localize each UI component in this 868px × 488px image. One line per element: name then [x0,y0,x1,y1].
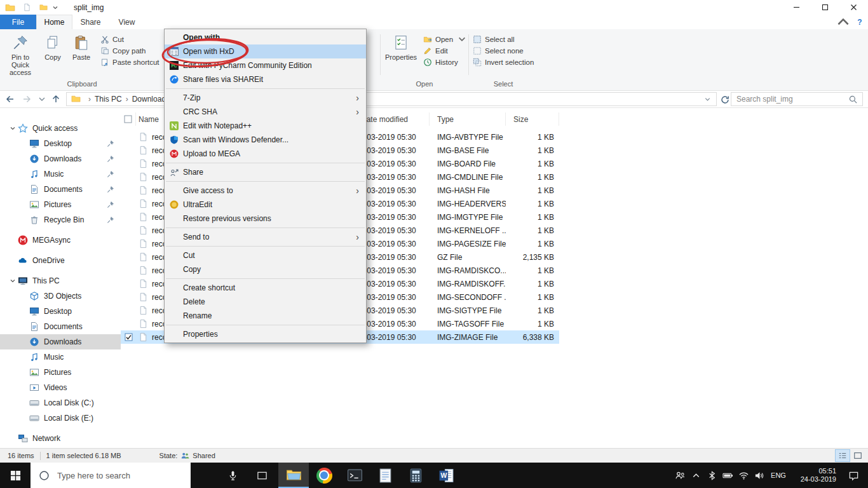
expander-chevron-icon[interactable] [8,123,18,133]
sidebar-item-desktop[interactable]: Desktop [0,136,121,151]
menu-item-rename[interactable]: Rename [165,309,366,323]
sidebar-item-3d-objects[interactable]: 3D Objects [0,288,121,304]
bluetooth-tray-icon[interactable] [704,463,720,488]
search-box[interactable] [731,92,863,106]
sidebar-item-documents[interactable]: Documents [0,182,121,197]
tab-file[interactable]: File [0,15,36,29]
menu-item-scan-with-windows-defender[interactable]: Scan with Windows Defender... [165,133,366,147]
sidebar-item-desktop[interactable]: Desktop [0,304,121,319]
sidebar-item-network[interactable]: Network [0,431,121,446]
search-input[interactable] [731,95,848,104]
menu-item-share-files-via-shareit[interactable]: Share files via SHAREit [165,72,366,86]
start-button[interactable] [0,463,31,488]
row-checkbox[interactable] [121,333,136,341]
column-header-size[interactable]: Size [506,112,559,126]
edit-button[interactable]: Edit [423,45,448,56]
menu-item-edit-with-notepad[interactable]: Edit with Notepad++ [165,119,366,133]
address-dropdown-chevron-icon[interactable] [704,96,711,103]
tab-view[interactable]: View [109,15,145,29]
history-button[interactable]: History [423,57,458,67]
sidebar-item-onedrive[interactable]: OneDrive [0,253,121,268]
action-center-button[interactable] [841,463,865,488]
minimize-button[interactable] [782,0,811,15]
chrome-taskbar-icon[interactable] [309,463,339,488]
notepad-taskbar-icon[interactable] [370,463,400,488]
qat-new-folder-button[interactable] [39,3,48,12]
microphone-icon[interactable] [224,470,241,481]
collapse-ribbon-icon[interactable] [835,15,851,29]
breadcrumb-this-pc[interactable]: This PC [95,95,122,104]
word-taskbar-icon[interactable]: W [431,463,461,488]
copy-button[interactable]: Copy [39,32,66,76]
pin-to-quick-access-button[interactable]: Pin to Quick access [3,32,38,76]
file-explorer-taskbar-icon[interactable] [278,463,309,488]
sidebar-item-videos[interactable]: Videos [0,380,121,395]
battery-tray-icon[interactable] [720,463,736,488]
tab-share[interactable]: Share [72,15,109,29]
expander-chevron-icon[interactable] [8,276,18,286]
sidebar-item-pictures[interactable]: Pictures [0,197,121,212]
sidebar-item-recycle-bin[interactable]: Recycle Bin [0,212,121,227]
copy-path-button[interactable]: Copy path [100,45,146,56]
sidebar-item-downloads[interactable]: Downloads [0,334,121,349]
sidebar-item-local-disk-c[interactable]: Local Disk (C:) [0,395,121,410]
menu-item-share[interactable]: Share [165,165,366,179]
select-none-button[interactable]: Select none [473,45,524,56]
sidebar-item-documents[interactable]: Documents [0,319,121,334]
paste-button[interactable]: Paste [67,32,95,76]
select-all-checkbox[interactable] [121,112,136,126]
invert-selection-button[interactable]: Invert selection [473,57,534,67]
paste-shortcut-button[interactable]: Paste shortcut [100,57,159,67]
properties-button[interactable]: Properties [384,32,418,76]
help-button[interactable]: ? [851,15,868,29]
menu-item-delete[interactable]: Delete [165,295,366,309]
sidebar-item-local-disk-e[interactable]: Local Disk (E:) [0,410,121,426]
volume-tray-icon[interactable] [752,463,768,488]
sidebar-item-music[interactable]: Music [0,166,121,182]
sidebar-item-music[interactable]: Music [0,349,121,365]
qat-properties-button[interactable] [23,3,32,12]
language-indicator[interactable]: ENG [768,471,789,479]
taskbar-clock[interactable]: 05:51 24-03-2019 [794,467,836,484]
back-button[interactable] [5,94,17,105]
menu-item-properties[interactable]: Properties [165,327,366,341]
menu-item-edit-with-pycharm-community-edition[interactable]: PCEdit with PyCharm Community Edition [165,58,366,72]
menu-item-open-with[interactable]: Open with [165,30,366,44]
terminal-taskbar-icon[interactable] [339,463,370,488]
hidden-icons-chevron-tray-icon[interactable] [688,463,704,488]
qat-customize-chevron-icon[interactable] [52,4,58,11]
menu-item-open-with-hxd[interactable]: Open with HxD [165,44,366,58]
taskbar-search[interactable]: Type here to search [31,463,191,488]
menu-item-cut[interactable]: Cut [165,248,366,262]
forward-button[interactable] [22,94,33,105]
menu-item-ultraedit[interactable]: UltraEdit [165,198,366,212]
sidebar-item-megasync[interactable]: MEGAsync [0,233,121,248]
sidebar-item-quick-access[interactable]: Quick access [0,121,121,136]
close-button[interactable] [839,0,868,15]
menu-item-7-zip[interactable]: 7-Zip› [165,91,366,105]
menu-item-restore-previous-versions[interactable]: Restore previous versions [165,212,366,226]
network-tray-icon[interactable] [736,463,752,488]
column-header-type[interactable]: Type [430,112,506,126]
menu-item-upload-to-mega[interactable]: Upload to MEGA [165,147,366,161]
maximize-button[interactable] [811,0,839,15]
menu-item-send-to[interactable]: Send to› [165,230,366,244]
tab-home[interactable]: Home [36,15,72,29]
select-all-button[interactable]: Select all [473,34,515,44]
sidebar-item-pictures[interactable]: Pictures [0,365,121,380]
refresh-icon[interactable] [720,95,730,105]
sidebar-item-downloads[interactable]: Downloads [0,151,121,166]
menu-item-crc-sha[interactable]: CRC SHA› [165,105,366,119]
open-button[interactable]: Open [423,34,466,44]
menu-item-create-shortcut[interactable]: Create shortcut [165,281,366,295]
cut-button[interactable]: Cut [100,34,124,44]
sidebar-item-this-pc[interactable]: This PC [0,273,121,288]
people-tray-icon[interactable] [672,463,688,488]
task-view-button[interactable] [253,470,271,481]
recent-locations-chevron-icon[interactable] [37,94,44,105]
details-view-button[interactable] [836,450,850,461]
thumbnails-view-button[interactable] [851,450,865,461]
menu-item-copy[interactable]: Copy [165,262,366,276]
calculator-taskbar-icon[interactable] [400,463,431,488]
up-button[interactable] [51,94,62,105]
